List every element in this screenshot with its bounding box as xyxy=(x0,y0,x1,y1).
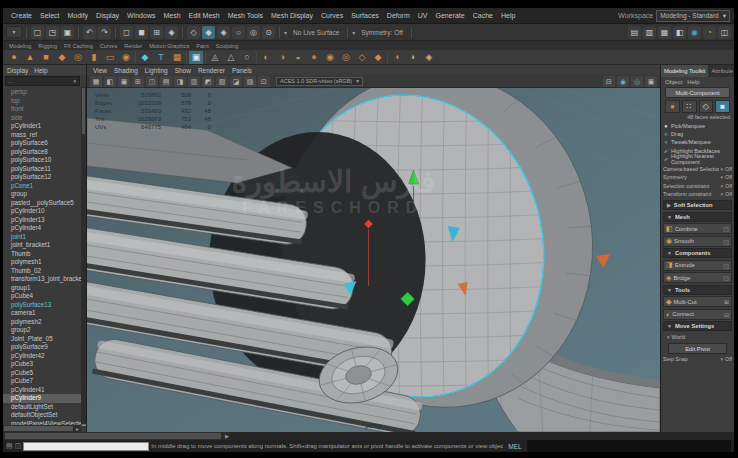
menu-item[interactable]: Edit Mesh xyxy=(185,12,224,19)
camera-attributes-icon[interactable]: ▣ xyxy=(118,76,130,87)
select-hierarchy-icon[interactable]: ◻ xyxy=(120,26,133,39)
edge-mode-icon[interactable]: ◇ xyxy=(699,100,714,113)
locator-icon[interactable]: ○ xyxy=(240,51,254,64)
poly-pyramid-icon[interactable]: ◆ xyxy=(55,51,69,64)
quad-draw-icon[interactable]: ◗ xyxy=(406,51,420,64)
shelf-icon[interactable] xyxy=(387,52,388,63)
scroll-arrow-icon[interactable]: ▶ xyxy=(223,433,231,439)
outliner-item[interactable]: pCylinder42 xyxy=(3,352,86,361)
outliner-item[interactable]: pCube3 xyxy=(3,360,86,369)
tools-section-header[interactable]: ▼ Tools xyxy=(663,285,732,295)
viewport-menu-item[interactable]: Lighting xyxy=(145,67,168,74)
shelf-tab[interactable]: FX Caching xyxy=(64,43,93,49)
dropdown-row[interactable]: Camera-based Selection▾Off xyxy=(663,165,732,174)
poly-cylinder-icon[interactable]: ▮ xyxy=(87,51,101,64)
outliner-menu-item[interactable]: Display xyxy=(7,67,28,74)
no-live-surface-label[interactable]: No Live Surface xyxy=(289,29,343,36)
outliner-item[interactable]: polySurface12 xyxy=(3,173,86,182)
dropdown-row[interactable]: Selection constraint▾Off xyxy=(663,182,732,191)
separate-icon[interactable]: ◑ xyxy=(275,51,289,64)
tool-row[interactable]: ◧ Combine ◳ xyxy=(663,223,732,234)
outliner-item[interactable]: polymesh2 xyxy=(3,318,86,327)
viewport-menu-item[interactable]: View xyxy=(93,67,107,74)
grease-pencil-icon[interactable]: ◨ xyxy=(174,76,186,87)
toolkit-tab[interactable]: Modeling Toolkit xyxy=(661,65,708,77)
wireframe-icon[interactable]: ▥ xyxy=(188,76,200,87)
shelf-icon[interactable] xyxy=(256,52,257,63)
multi-cut-icon[interactable]: ◆ xyxy=(371,51,385,64)
combine-icon[interactable]: ◐ xyxy=(259,51,273,64)
outliner-item[interactable]: group xyxy=(3,190,86,199)
tool-row[interactable]: ◐ Connect ⊡ xyxy=(663,309,732,320)
ik-handle-icon[interactable]: △ xyxy=(224,51,238,64)
outliner-item[interactable]: pCube7 xyxy=(3,377,86,386)
snap-projected-icon[interactable]: ○ xyxy=(232,26,245,39)
shelf-tab[interactable]: Modeling xyxy=(9,43,31,49)
textured-icon[interactable]: ▧ xyxy=(216,76,228,87)
active-tool-icon[interactable]: ▣ xyxy=(189,51,203,64)
render-icon[interactable]: ▤ xyxy=(628,26,641,39)
colorspace-dropdown[interactable]: ACES 1.0 SDR-video (sRGB) ▾ xyxy=(276,77,363,86)
step-snap-dropdown[interactable]: Step Snap ▾ Off xyxy=(663,355,732,364)
symmetry-dropdown[interactable]: Symmetry: Off xyxy=(357,29,406,36)
outliner-item[interactable]: defaultLightSet xyxy=(3,403,86,412)
viewport-menu-item[interactable]: Renderer xyxy=(198,67,225,74)
outliner-item[interactable]: pCone1 xyxy=(3,182,86,191)
outliner-item[interactable]: group2 xyxy=(3,326,86,335)
script-editor-icon[interactable]: ▤ xyxy=(6,442,13,450)
outliner-item[interactable]: mass_ref xyxy=(3,131,86,140)
tool-row[interactable]: ◈ Bridge ◳ xyxy=(663,272,732,283)
shelf-tab[interactable]: Rigging xyxy=(38,43,57,49)
pause-viewport-icon[interactable]: ◔ xyxy=(703,26,716,39)
poly-sphere-icon[interactable]: ● xyxy=(7,51,21,64)
chevron-down-icon[interactable]: ▾ xyxy=(352,29,355,36)
mel-label[interactable]: MEL xyxy=(505,443,524,450)
dropdown-row[interactable]: Transform constraint▾Off xyxy=(663,190,732,199)
chevron-down-icon[interactable]: ▾ xyxy=(284,29,287,36)
outliner-item[interactable]: top xyxy=(3,97,86,106)
filter-icon[interactable]: ▼ xyxy=(73,79,77,84)
shelf-icon[interactable] xyxy=(186,52,187,63)
menu-item[interactable]: Mesh xyxy=(159,12,184,19)
snap-point-icon[interactable]: ◈ xyxy=(217,26,230,39)
outliner-item[interactable]: polySurface10 xyxy=(3,156,86,165)
tool-row[interactable]: ◉ Smooth ◳ xyxy=(663,236,732,247)
launch-render-view-icon[interactable]: ◉ xyxy=(688,26,701,39)
outliner-vertical-scrollbar[interactable] xyxy=(81,87,86,424)
bookmark-icon[interactable]: ⊞ xyxy=(132,76,144,87)
save-scene-icon[interactable]: ▣ xyxy=(61,26,74,39)
outliner-item[interactable]: polySurface9 xyxy=(3,343,86,352)
toolkit-menu-item[interactable]: Help xyxy=(687,79,699,85)
open-scene-icon[interactable]: ◳ xyxy=(46,26,59,39)
outliner-item[interactable]: Joint_Plate_05 xyxy=(3,335,86,344)
exposure-icon[interactable]: ▣ xyxy=(645,76,657,87)
image-plane-icon[interactable]: ◫ xyxy=(146,76,158,87)
menu-item[interactable]: Mesh Tools xyxy=(224,12,267,19)
scroll-arrow-icon[interactable]: ► xyxy=(74,426,81,432)
dropdown-row[interactable]: Symmetry▾Off xyxy=(663,173,732,182)
2d-pan-zoom-icon[interactable]: ▤ xyxy=(160,76,172,87)
curve-tool-icon[interactable]: ◆ xyxy=(138,51,152,64)
xray-joints-icon[interactable]: ◎ xyxy=(631,76,643,87)
menuset-dropdown[interactable]: ▾ xyxy=(6,26,22,38)
ipr-render-icon[interactable]: ▥ xyxy=(643,26,656,39)
outliner-item[interactable]: Thumb_02 xyxy=(3,267,86,276)
soft-selection-section[interactable]: ▶ Soft Selection xyxy=(663,200,732,210)
radio-option[interactable]: ○Drag xyxy=(663,130,732,138)
redo-icon[interactable]: ↷ xyxy=(98,26,111,39)
shelf-icon[interactable] xyxy=(135,52,136,63)
range-slider-handle[interactable] xyxy=(5,433,221,439)
outliner-item[interactable]: polySurface8 xyxy=(3,148,86,157)
multi-component-icon[interactable]: ● xyxy=(665,100,680,113)
command-line-input[interactable] xyxy=(23,442,149,451)
outliner-item[interactable]: pCylinder4 xyxy=(3,224,86,233)
outliner-item[interactable]: defaultObjectSet xyxy=(3,411,86,420)
toggle-panels-icon[interactable]: ◫ xyxy=(718,26,731,39)
menu-item[interactable]: Mesh Display xyxy=(267,12,317,19)
type-tool-icon[interactable]: T xyxy=(154,51,168,64)
shelf-tab[interactable]: Paint xyxy=(196,43,209,49)
select-object-icon[interactable]: ◼ xyxy=(135,26,148,39)
menu-item[interactable]: Create xyxy=(7,12,36,19)
outliner-item[interactable]: polymesh1 xyxy=(3,258,86,267)
selection-mask-icon[interactable]: ◈ xyxy=(165,26,178,39)
